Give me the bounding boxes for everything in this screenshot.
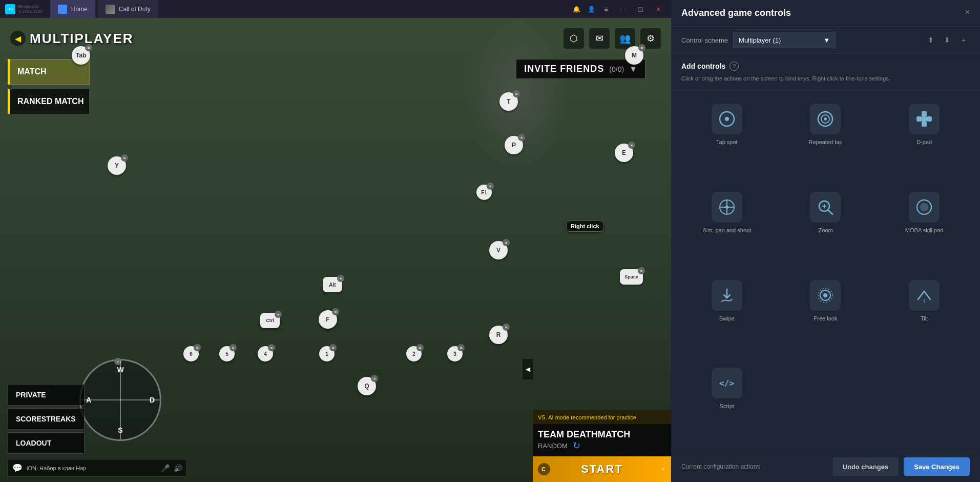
dpad-d-label: D xyxy=(150,396,155,404)
undo-changes-button[interactable]: Undo changes xyxy=(832,457,899,476)
save-changes-button[interactable]: Save Changes xyxy=(904,457,970,476)
dpad-container[interactable]: × W S A D xyxy=(79,359,161,441)
control-free-look[interactable]: Free look xyxy=(780,275,871,355)
close-icon[interactable]: × xyxy=(503,239,510,246)
key-binding-6[interactable]: × 6 xyxy=(183,346,199,362)
svg-point-13 xyxy=(725,206,728,209)
close-icon[interactable]: × xyxy=(268,344,275,351)
close-btn[interactable]: × xyxy=(651,4,666,14)
close-icon[interactable]: × xyxy=(503,324,510,331)
key-binding-tab[interactable]: × Tab xyxy=(72,46,90,65)
ranked-match-btn[interactable]: RANKED MATCH xyxy=(8,89,90,114)
dpad[interactable]: × W S A D xyxy=(79,359,161,441)
top-icon-1[interactable]: ⬡ xyxy=(564,28,584,49)
key-binding-f1[interactable]: × F1 xyxy=(476,185,492,200)
back-arrow-icon: ◀ xyxy=(10,31,26,46)
top-icons: ⬡ ✉ 👥 ⚙ xyxy=(564,28,661,49)
help-icon[interactable]: ? xyxy=(729,62,739,71)
key-binding-t[interactable]: × T xyxy=(499,92,518,111)
add-controls-description: Click or drag the actions on the screen … xyxy=(681,75,890,82)
tilt-icon xyxy=(909,280,940,311)
control-swipe[interactable]: Swipe xyxy=(681,275,773,355)
control-dpad[interactable]: D-pad xyxy=(879,98,970,179)
key-binding-3[interactable]: × 3 xyxy=(447,346,463,362)
panel-footer: Current configuration actions Undo chang… xyxy=(671,451,980,482)
close-icon[interactable]: × xyxy=(518,134,525,141)
back-button[interactable]: ◀ MULTIPLAYER xyxy=(10,31,134,47)
mic-icon[interactable]: 🎤 xyxy=(161,464,170,472)
close-icon[interactable]: × xyxy=(332,308,339,315)
user-btn[interactable]: 👤 xyxy=(585,3,597,15)
volume-icon[interactable]: 🔊 xyxy=(174,464,182,472)
key-binding-m[interactable]: × M xyxy=(625,46,643,65)
top-icon-friends[interactable]: 👥 xyxy=(615,28,635,49)
tdm-refresh-icon[interactable]: ↻ xyxy=(573,440,580,451)
scheme-add-btn[interactable]: + xyxy=(957,34,970,46)
control-moba-skill-pad[interactable]: MOBA skill pad xyxy=(879,187,970,267)
key-binding-r[interactable]: × R xyxy=(489,326,508,344)
close-icon[interactable]: × xyxy=(487,183,494,190)
loadout-btn[interactable]: LOADOUT xyxy=(8,432,85,454)
control-repeated-tap[interactable]: Repeated tap xyxy=(780,98,871,179)
notification-btn[interactable]: 🔔 xyxy=(570,3,582,15)
key-binding-q[interactable]: × Q xyxy=(358,377,376,395)
key-binding-e[interactable]: × E xyxy=(615,144,633,162)
close-icon[interactable]: × xyxy=(638,267,645,274)
right-click-label: Right click xyxy=(566,220,604,232)
close-icon[interactable]: × xyxy=(230,344,237,351)
key-binding-space[interactable]: × Space xyxy=(620,269,643,285)
control-tap-spot[interactable]: Tap spot xyxy=(681,98,773,179)
repeated-tap-label: Repeated tap xyxy=(808,138,842,146)
control-aim-pan-shoot[interactable]: Aim, pan and shoot xyxy=(681,187,773,267)
key-binding-v[interactable]: × V xyxy=(489,241,508,259)
close-icon[interactable]: × xyxy=(121,154,128,162)
scheme-import-btn[interactable]: ⬇ xyxy=(941,34,953,46)
window-controls: 🔔 👤 ≡ — □ × xyxy=(570,3,671,15)
close-icon[interactable]: × xyxy=(85,44,92,51)
key-binding-ctrl[interactable]: × Ctrl xyxy=(260,313,280,328)
menu-btn[interactable]: ≡ xyxy=(600,3,612,15)
start-button[interactable]: C START × xyxy=(533,456,671,482)
key-binding-f[interactable]: × F xyxy=(319,310,337,329)
chat-bar: 💬 iON: Набор в клан Нар 🎤 🔊 xyxy=(8,459,187,477)
control-script[interactable]: </> Script xyxy=(681,363,773,443)
key-binding-5[interactable]: × 5 xyxy=(219,346,235,362)
scorestreaks-btn[interactable]: SCORESTREAKS xyxy=(8,408,85,430)
home-tab[interactable]: Home xyxy=(50,0,95,18)
aim-pan-shoot-label: Aim, pan and shoot xyxy=(702,227,751,234)
key-binding-alt[interactable]: × Alt xyxy=(323,277,342,292)
minimize-btn[interactable]: — xyxy=(615,4,630,14)
panel-header: Advanced game controls × xyxy=(671,0,980,27)
top-icon-mail[interactable]: ✉ xyxy=(589,28,610,49)
control-tilt[interactable]: Tilt xyxy=(879,275,970,355)
key-binding-p[interactable]: × P xyxy=(505,136,523,154)
collapse-arrow[interactable]: ◀ xyxy=(523,359,533,379)
key-binding-4[interactable]: × 4 xyxy=(258,346,273,362)
game-tab[interactable]: Call of Duty xyxy=(98,0,158,18)
control-zoom[interactable]: Zoom xyxy=(780,187,871,267)
close-icon[interactable]: × xyxy=(371,375,378,382)
close-icon[interactable]: × xyxy=(416,344,424,351)
moba-skill-pad-label: MOBA skill pad xyxy=(905,227,944,234)
close-icon[interactable]: × xyxy=(638,44,645,51)
start-close-icon[interactable]: × xyxy=(661,466,666,473)
maximize-btn[interactable]: □ xyxy=(633,4,648,14)
panel-close-btn[interactable]: × xyxy=(965,8,970,17)
close-icon[interactable]: × xyxy=(194,344,201,351)
scheme-dropdown[interactable]: Multiplayer (1) ▼ xyxy=(733,32,836,48)
key-binding-2[interactable]: × 2 xyxy=(406,346,422,362)
key-binding-y[interactable]: × Y xyxy=(108,156,126,175)
close-icon[interactable]: × xyxy=(628,142,635,149)
scheme-actions: ⬆ ⬇ + xyxy=(925,34,970,46)
close-icon[interactable]: × xyxy=(513,90,520,97)
add-controls-section: Add controls ? Click or drag the actions… xyxy=(671,54,980,91)
scheme-export-btn[interactable]: ⬆ xyxy=(925,34,937,46)
close-icon[interactable]: × xyxy=(275,311,282,318)
close-icon[interactable]: × xyxy=(337,275,344,282)
key-binding-1[interactable]: × 1 xyxy=(319,346,335,362)
close-icon[interactable]: × xyxy=(329,344,337,351)
close-icon[interactable]: × xyxy=(457,344,465,351)
invite-friends-bar[interactable]: INVITE FRIENDS (0/0) ▼ xyxy=(516,59,645,79)
private-btn[interactable]: PRIVATE xyxy=(8,384,85,406)
home-tab-label: Home xyxy=(71,6,88,13)
